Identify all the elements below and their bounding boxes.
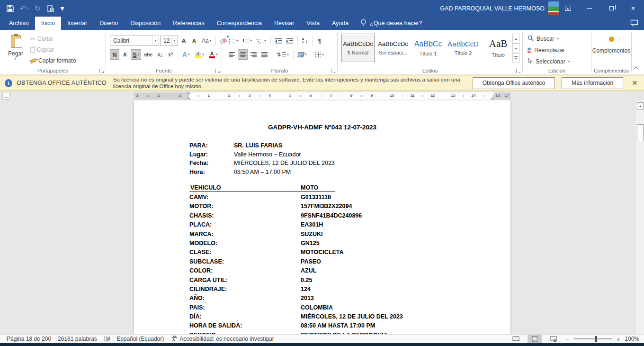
group-paragraph: ▾ ▾ ▾ AZ↓ ¶ ⇅▾ ▾ ▾ [222, 30, 337, 75]
more-info-button[interactable]: Más información [562, 77, 623, 89]
style-heading2[interactable]: AaBbCcD Título 2 [447, 34, 480, 62]
tab-revisar[interactable]: Revisar [268, 17, 300, 30]
borders-button[interactable]: ▾ [313, 49, 326, 60]
print-layout-button[interactable] [528, 335, 542, 343]
format-painter-button[interactable]: Copiar formato [30, 56, 76, 65]
text-effects-button[interactable]: A▾ [180, 49, 192, 60]
bullet-list-button[interactable]: ▾ [227, 36, 240, 46]
styles-scroll-down-icon[interactable]: ▼ [512, 44, 519, 54]
shading-button[interactable]: ▾ [296, 49, 309, 60]
italic-button[interactable]: K [120, 49, 130, 60]
find-button[interactable]: Buscar ▾ [528, 34, 570, 44]
right-indent-marker[interactable] [490, 97, 495, 100]
tab-vista[interactable]: Vista [300, 17, 326, 30]
tab-archivo[interactable]: Archivo [3, 17, 35, 30]
clipboard-dialog-launcher[interactable] [99, 69, 104, 73]
tab-inicio[interactable]: Inicio [35, 17, 61, 30]
zoom-level[interactable]: 100% [625, 336, 639, 342]
show-paragraph-marks-button[interactable]: ¶ [315, 36, 324, 46]
numbered-list-button[interactable]: ▾ [241, 36, 254, 46]
zoom-slider[interactable] [574, 338, 612, 339]
tab-ayuda[interactable]: Ayuda [326, 17, 355, 30]
styles-scroll-up-icon[interactable]: ▲ [512, 34, 519, 44]
editing-group-label: Edición [523, 68, 591, 73]
styles-dialog-launcher[interactable] [516, 69, 520, 73]
tell-me-box[interactable]: ¿Qué desea hacer? [355, 17, 428, 30]
paste-button[interactable]: Pegar ▾ [4, 34, 27, 69]
select-button[interactable]: Seleccionar ▾ [528, 57, 570, 66]
tab-referencias[interactable]: Referencias [167, 17, 211, 30]
paste-label: Pegar [8, 50, 23, 57]
web-layout-button[interactable] [546, 335, 561, 343]
font-size-select[interactable]: 12▾ [160, 36, 178, 46]
decrease-indent-button[interactable] [273, 36, 284, 46]
proofing-icon[interactable] [104, 336, 110, 342]
style-title[interactable]: AaB Título [482, 34, 515, 62]
scrollbar-thumb[interactable] [637, 124, 644, 141]
sort-icon: AZ [302, 38, 304, 44]
style-normal[interactable]: AaBbCcDc ¶ Normal [341, 34, 375, 62]
language-indicator[interactable]: Español (Ecuador) [117, 336, 164, 342]
justify-button[interactable] [259, 49, 269, 60]
collapse-ribbon-icon[interactable] [634, 66, 638, 71]
word-count[interactable]: 26161 palabras [58, 336, 97, 342]
ruler-row: ∟ 3 2 1 1 2 3 4 5 6 7 8 9 10 11 12 13 14… [0, 91, 644, 100]
font-family-select[interactable]: Calibri▾ [110, 36, 159, 46]
restore-button[interactable] [600, 0, 622, 17]
increase-indent-button[interactable] [285, 36, 295, 46]
strikethrough-button[interactable]: abc [142, 49, 154, 60]
print-preview-icon[interactable] [47, 5, 54, 12]
underline-button[interactable]: S▾ [131, 49, 141, 60]
zoom-in-icon[interactable]: + [617, 336, 620, 343]
font-color-button[interactable]: A▾ [207, 49, 220, 60]
save-icon[interactable] [7, 5, 14, 12]
cut-button: ✂ Cortar [30, 34, 76, 44]
table-row: PAIS:COLOMBIA [189, 304, 403, 313]
superscript-button[interactable]: x² [166, 49, 175, 60]
tab-disposicion[interactable]: Disposición [124, 17, 167, 30]
subscript-button[interactable]: x₂ [155, 49, 165, 60]
tab-correspondencia[interactable]: Correspondencia [211, 17, 268, 30]
sort-button[interactable]: AZ↓ [300, 36, 310, 46]
style-heading1[interactable]: AaBbCc Título 1 [411, 34, 445, 62]
multilevel-list-button[interactable]: ▾ [255, 36, 268, 46]
addins-button[interactable]: Complementos [591, 34, 631, 54]
paragraph-dialog-launcher[interactable] [331, 69, 335, 73]
page-indicator[interactable]: Página 18 de 200 [7, 336, 51, 342]
get-office-button[interactable]: Obtenga Office auténtico [473, 77, 555, 89]
first-line-indent-marker[interactable] [186, 92, 191, 95]
style-no-spacing[interactable]: AaBbCcDc Sin espaci... [376, 34, 410, 62]
table-row: AÑO:2013 [189, 295, 403, 304]
align-center-button[interactable] [238, 49, 248, 60]
replace-button[interactable]: abac Reemplazar [528, 46, 570, 55]
tab-diseno[interactable]: Diseño [93, 17, 124, 30]
tab-stop-selector[interactable]: ∟ [2, 92, 10, 100]
document-area: ORDEN DE MOVILIZACIÓN MOTOCICLETA GADPR-… [0, 100, 644, 334]
font-group-label: Fuente [106, 68, 222, 73]
minimize-button[interactable] [579, 0, 600, 17]
styles-gallery-more-icon[interactable]: ▼ [512, 53, 519, 63]
align-right-button[interactable] [249, 49, 259, 60]
zoom-slider-thumb[interactable] [595, 336, 597, 342]
close-button[interactable]: × [622, 0, 644, 17]
account-info[interactable]: GAD PARROQUIAL VALLE HERMOSO [440, 0, 559, 17]
ribbon-display-options-button[interactable]: ▴ [557, 0, 579, 17]
grow-font-button[interactable]: A▲ [179, 36, 188, 46]
scroll-up-icon[interactable]: ▲ [637, 102, 644, 109]
align-left-button[interactable] [227, 49, 237, 60]
dismiss-warning-icon[interactable]: ✕ [632, 79, 637, 87]
highlight-button[interactable]: ab▾ [193, 49, 206, 60]
change-case-button[interactable]: Aa▾ [200, 36, 213, 46]
zoom-out-icon[interactable]: − [565, 336, 569, 343]
bold-button[interactable]: N [110, 49, 119, 60]
shrink-font-button[interactable]: A▼ [189, 36, 199, 46]
read-mode-button[interactable] [509, 335, 523, 343]
font-dialog-launcher[interactable] [215, 69, 220, 73]
accessibility-status[interactable]: Accesibilidad: es necesario investigar [170, 335, 274, 343]
tab-insertar[interactable]: Insertar [61, 17, 93, 30]
customize-qat-icon[interactable]: ▾ [61, 7, 64, 9]
document-page[interactable]: ORDEN DE MOVILIZACIÓN MOTOCICLETA GADPR-… [134, 100, 510, 334]
comments-icon[interactable] [630, 19, 638, 28]
vertical-scrollbar[interactable]: ▲ [635, 100, 644, 334]
line-spacing-button[interactable]: ⇅▾ [275, 49, 291, 60]
